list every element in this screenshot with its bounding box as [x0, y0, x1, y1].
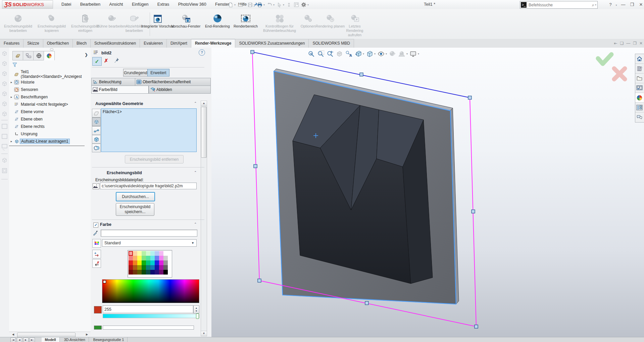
menu-extras[interactable]: Extras — [154, 0, 173, 9]
color-swatch[interactable] — [159, 251, 163, 256]
browse-button[interactable]: Durchsuchen... — [116, 192, 155, 201]
ribbon-lighting-contact-sheet-button[interactable]: Kontrollbogen für Bühnenbeleuchtung — [260, 12, 299, 33]
last-tab-icon[interactable]: ▶| — [30, 338, 35, 342]
pm-tab-farbe-bild[interactable]: Farbe/Bild — [91, 86, 149, 94]
color-swatch[interactable] — [129, 251, 133, 256]
color-swatch[interactable] — [146, 260, 150, 265]
ribbon-recall-last-render-button[interactable]: Letztes Rendering aufrufen — [340, 12, 369, 37]
geom-filter-face-icon[interactable] — [92, 126, 101, 135]
taskpane-appearances-icon[interactable] — [635, 93, 644, 103]
menu-bearbeiten[interactable]: Bearbeiten — [77, 0, 104, 9]
taskpane-forum-icon[interactable] — [635, 112, 644, 122]
eyedropper-icon[interactable] — [93, 229, 99, 237]
search-icon[interactable]: ⌕ — [592, 2, 594, 8]
first-tab-icon[interactable]: |◀ — [10, 338, 16, 342]
color-swatch[interactable] — [163, 256, 168, 260]
pm-help-icon[interactable]: ? — [199, 49, 205, 56]
color-swatch[interactable] — [163, 265, 168, 270]
color-swatch[interactable] — [159, 265, 163, 270]
tree-root-item[interactable]: Teil1 (Standard<<Standard>_Anzeigest — [9, 70, 91, 78]
color-swatch[interactable] — [159, 260, 163, 265]
options-gear-icon[interactable] — [300, 1, 307, 8]
tree-tab-configurationmanager[interactable] — [33, 51, 44, 60]
color-swatch[interactable] — [150, 260, 155, 265]
pm-tab-beleuchtung[interactable]: Beleuchtung — [91, 78, 135, 86]
command-search-box[interactable]: >_ ⌕ ▾ — [520, 1, 598, 9]
spinner-up-icon[interactable]: ▲ — [195, 306, 198, 309]
color-swatch[interactable] — [133, 265, 137, 270]
scroll-left-icon[interactable]: ◀ — [11, 333, 15, 337]
sketch-icon[interactable] — [2, 124, 7, 129]
red-value-spinner[interactable]: ▲▼ — [193, 305, 199, 313]
view-cube-icon[interactable] — [3, 102, 6, 106]
farbe-header[interactable]: Farbe — [100, 222, 111, 227]
geom-filter-body-icon[interactable] — [92, 117, 101, 126]
tab-dimxpert[interactable]: DimXpert — [167, 39, 191, 48]
color-swatch[interactable] — [155, 251, 159, 256]
color-swatch[interactable] — [137, 256, 142, 260]
geom-filter-feature-icon[interactable] — [92, 144, 101, 152]
mode-grundlegend-button[interactable]: Grundlegend — [123, 69, 148, 77]
color-swatch[interactable] — [150, 270, 155, 275]
view-cube-icon[interactable] — [3, 92, 6, 96]
expand-arrow-icon[interactable]: ▸ — [9, 140, 14, 143]
pm-ok-button[interactable]: ✓ — [92, 57, 102, 66]
help-button[interactable]: ? — [607, 0, 614, 9]
tab-sw-zusatzanwendungen[interactable]: SOLIDWORKS Zusatzanwendungen — [235, 39, 309, 48]
zoom-fit-icon[interactable] — [307, 50, 315, 58]
pm-scroll-up-icon[interactable]: ▲ — [201, 101, 207, 106]
color-swatch[interactable] — [163, 260, 168, 265]
color-swatch[interactable] — [142, 270, 146, 275]
color-swatch[interactable] — [129, 265, 133, 270]
menu-einfuegen[interactable]: Einfügen — [128, 0, 152, 9]
solid-cube-icon[interactable] — [3, 158, 6, 162]
tree-item-material[interactable]: Material <nicht festgelegt> — [9, 101, 91, 108]
color-swatch[interactable] — [142, 260, 146, 265]
geometry-list-item[interactable]: Fläche<1> — [103, 109, 122, 114]
confirm-ok-icon[interactable] — [598, 54, 611, 64]
color-swatch[interactable] — [155, 256, 159, 260]
close-button[interactable]: ✕ — [637, 0, 644, 9]
tree-item-historie[interactable]: ▸ Historie — [9, 79, 91, 86]
filter-icon[interactable] — [12, 62, 18, 69]
tab-skizze[interactable]: Skizze — [23, 39, 43, 48]
collapse-caret-icon[interactable]: ⌃ — [194, 222, 197, 226]
hide-show-items-icon[interactable] — [377, 50, 385, 58]
color-swatch[interactable] — [150, 265, 155, 270]
hollow-cube-icon[interactable] — [2, 168, 7, 173]
print-icon[interactable] — [256, 1, 263, 8]
tab-features[interactable]: Features — [0, 39, 23, 48]
ribbon-edit-appearance-button[interactable]: Erscheinungsbild bearbeiten — [1, 12, 36, 33]
confirm-cancel-icon[interactable] — [614, 68, 625, 79]
color-swatch[interactable] — [133, 270, 137, 275]
view-sphere-icon[interactable] — [3, 112, 6, 116]
geom-filter-part-icon[interactable] — [92, 109, 101, 117]
pm-tab-oberflaechenbeschaffenheit[interactable]: Oberflächenbeschaffenheit — [135, 78, 211, 86]
color-swatch[interactable] — [159, 270, 163, 275]
color-swatch[interactable] — [133, 256, 137, 260]
pm-scroll-down-icon[interactable]: ▼ — [201, 331, 207, 336]
doc-close-icon[interactable]: ✕ — [639, 41, 643, 46]
color-spectrum-picker[interactable] — [102, 279, 199, 303]
scroll-right-icon[interactable]: ▶ — [85, 333, 89, 337]
color-swatch[interactable] — [129, 270, 133, 275]
tree-item-ebene-oben[interactable]: Ebene oben — [9, 115, 91, 123]
color-swatch[interactable] — [133, 251, 137, 256]
bottom-tab-bewegungsstudie[interactable]: Bewegungsstudie 1 — [90, 337, 128, 342]
ribbon-copy-appearance-button[interactable]: Erscheinungsbild kopieren — [34, 12, 69, 33]
view-settings-icon[interactable] — [409, 50, 417, 58]
previous-view-icon[interactable] — [326, 50, 334, 58]
file-properties-icon[interactable] — [293, 1, 300, 8]
view-cube-icon[interactable] — [3, 71, 6, 76]
apply-scene-icon[interactable] — [398, 50, 406, 58]
view-orientation-icon[interactable] — [354, 50, 362, 58]
graphics-viewport[interactable]: A ▾ ▾ ▾ ▾ ▾ — [211, 48, 644, 337]
spinner-down-icon[interactable]: ▼ — [195, 309, 198, 312]
swatch-palette-grid[interactable] — [129, 251, 168, 275]
color-swatch[interactable] — [163, 251, 168, 256]
expand-arrow-icon[interactable]: ▸ — [9, 81, 14, 84]
tree-tab-overflow-chevron[interactable]: ❯ — [85, 52, 88, 57]
geom-filter-solid-icon[interactable] — [92, 135, 101, 144]
tree-tab-featuremanager[interactable] — [12, 51, 23, 60]
view-annotations-icon[interactable]: A — [345, 50, 353, 58]
